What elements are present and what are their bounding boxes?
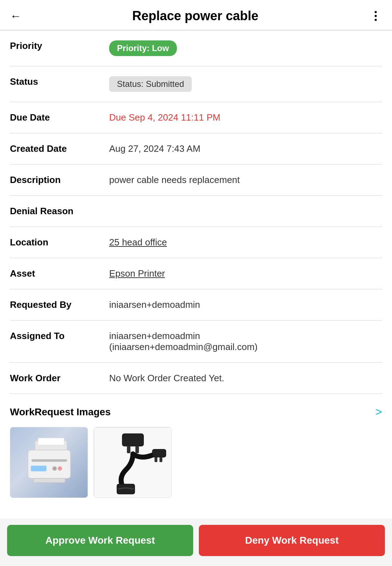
printer-illustration (10, 427, 88, 498)
priority-row: Priority Priority: Low (10, 30, 382, 66)
asset-label: Asset (10, 268, 102, 279)
images-chevron-icon[interactable]: > (375, 405, 382, 418)
work-order-row: Work Order No Work Order Created Yet. (10, 363, 382, 394)
cable-illustration (94, 427, 172, 498)
svg-rect-12 (152, 449, 166, 457)
requested-by-row: Requested By iniaarsen+demoadmin (10, 289, 382, 321)
detail-section: Priority Priority: Low Status Status: Su… (0, 30, 392, 394)
svg-rect-3 (32, 459, 67, 462)
svg-point-5 (52, 466, 57, 471)
page-header: ← Replace power cable (0, 0, 392, 30)
bottom-action-bar: Approve Work Request Deny Work Request (0, 518, 392, 566)
dot-icon (375, 15, 377, 17)
images-title: WorkRequest Images (10, 406, 111, 418)
requested-by-label: Requested By (10, 299, 102, 310)
svg-rect-2 (28, 450, 71, 478)
status-badge: Status: Submitted (109, 76, 192, 92)
requested-by-value: iniaarsen+demoadmin (109, 299, 382, 310)
priority-badge: Priority: Low (109, 40, 177, 56)
description-value: power cable needs replacement (109, 174, 382, 185)
dot-icon (375, 11, 377, 13)
location-value[interactable]: 25 head office (109, 237, 382, 248)
created-date-value: Aug 27, 2024 7:43 AM (109, 143, 382, 154)
created-date-label: Created Date (10, 143, 102, 154)
back-button[interactable]: ← (10, 10, 21, 22)
description-row: Description power cable needs replacemen… (10, 165, 382, 196)
images-section: WorkRequest Images > (0, 394, 392, 505)
svg-rect-9 (127, 446, 130, 453)
approve-button[interactable]: Approve Work Request (7, 525, 193, 556)
asset-value[interactable]: Epson Printer (109, 268, 382, 279)
assigned-to-value: iniaarsen+demoadmin(iniaarsen+demoadmin@… (109, 331, 382, 353)
page-title: Replace power cable (21, 9, 369, 23)
due-date-value: Due Sep 4, 2024 11:11 PM (109, 112, 382, 123)
priority-label: Priority (10, 40, 102, 51)
asset-row: Asset Epson Printer (10, 258, 382, 289)
status-row: Status Status: Submitted (10, 66, 382, 102)
created-date-row: Created Date Aug 27, 2024 7:43 AM (10, 133, 382, 165)
svg-rect-13 (155, 457, 157, 462)
denial-reason-row: Denial Reason (10, 196, 382, 227)
svg-rect-7 (33, 478, 65, 483)
deny-button[interactable]: Deny Work Request (199, 525, 385, 556)
image-thumb-printer[interactable] (10, 427, 88, 498)
due-date-label: Due Date (10, 112, 102, 123)
location-label: Location (10, 237, 102, 248)
work-order-label: Work Order (10, 373, 102, 384)
svg-rect-8 (122, 434, 144, 446)
more-options-button[interactable] (369, 11, 382, 21)
status-label: Status (10, 76, 102, 87)
assigned-to-label: Assigned To (10, 331, 102, 342)
images-row (10, 427, 382, 498)
denial-reason-label: Denial Reason (10, 206, 102, 217)
assigned-to-row: Assigned To iniaarsen+demoadmin(iniaarse… (10, 321, 382, 363)
svg-rect-1 (38, 438, 64, 445)
work-order-value: No Work Order Created Yet. (109, 373, 382, 384)
description-label: Description (10, 174, 102, 185)
dot-icon (375, 19, 377, 21)
image-thumb-cable[interactable] (94, 427, 172, 498)
svg-point-6 (58, 466, 62, 471)
svg-rect-4 (31, 466, 46, 471)
due-date-row: Due Date Due Sep 4, 2024 11:11 PM (10, 102, 382, 133)
svg-rect-14 (159, 457, 162, 462)
svg-rect-10 (135, 446, 139, 453)
location-row: Location 25 head office (10, 227, 382, 258)
printer-svg (17, 434, 81, 491)
images-header: WorkRequest Images > (10, 405, 382, 418)
cable-svg (97, 431, 168, 495)
